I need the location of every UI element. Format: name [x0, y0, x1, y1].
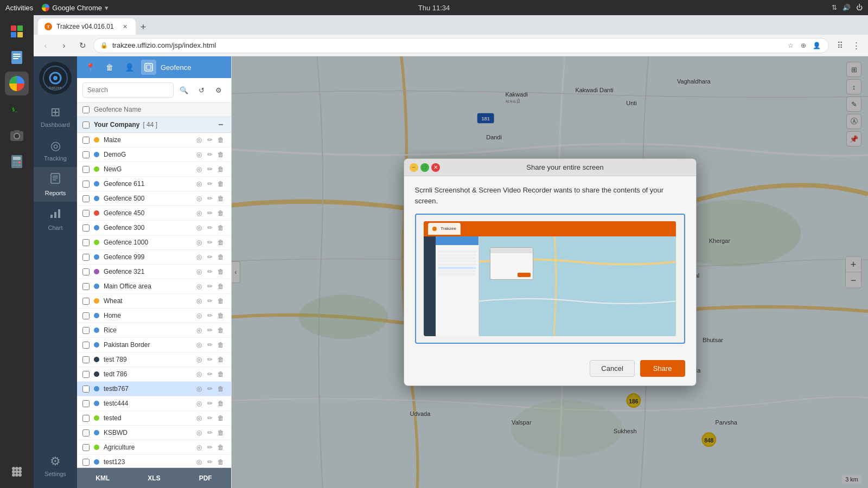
nav-item-reports[interactable]: Reports	[34, 167, 77, 202]
edit-action[interactable]: ✏	[205, 150, 215, 159]
list-item[interactable]: Pakistan Border ◎ ✏ 🗑	[77, 338, 231, 352]
taskbar-terminal[interactable]: $_	[5, 98, 29, 121]
reload-button[interactable]: ↻	[75, 38, 90, 53]
delete-action[interactable]: 🗑	[216, 428, 226, 438]
power-icon[interactable]: ⏻	[856, 4, 863, 11]
view-action[interactable]: ◎	[194, 428, 204, 438]
edit-action[interactable]: ✏	[205, 325, 215, 335]
item-checkbox[interactable]	[82, 327, 90, 334]
nav-item-dashboard[interactable]: ⊞ Dashboard	[34, 100, 77, 133]
taskbar-camera[interactable]	[5, 124, 29, 147]
item-checkbox[interactable]	[82, 371, 90, 378]
item-checkbox[interactable]	[82, 459, 90, 466]
forward-button[interactable]: ›	[56, 38, 72, 53]
item-checkbox[interactable]	[82, 195, 90, 202]
delete-action[interactable]: 🗑	[216, 135, 226, 145]
item-checkbox[interactable]	[82, 166, 90, 173]
delete-action[interactable]: 🗑	[216, 369, 226, 379]
list-item[interactable]: Geofence 321 ◎ ✏ 🗑	[77, 265, 231, 279]
list-item[interactable]: Rice ◎ ✏ 🗑	[77, 323, 231, 338]
bookmark-icon[interactable]: ☆	[785, 40, 796, 51]
item-checkbox[interactable]	[82, 415, 90, 422]
view-action[interactable]: ◎	[194, 325, 204, 335]
item-checkbox[interactable]	[82, 210, 90, 217]
edit-action[interactable]: ✏	[205, 311, 215, 320]
profile-icon[interactable]: 👤	[811, 40, 822, 51]
delete-action[interactable]: 🗑	[216, 325, 226, 335]
list-item[interactable]: Geofence 1000 ◎ ✏ 🗑	[77, 235, 231, 250]
volume-icon[interactable]: 🔊	[843, 4, 851, 11]
taskbar-calculator[interactable]	[5, 150, 29, 174]
person-button[interactable]: 👤	[122, 60, 137, 75]
list-item[interactable]: Geofence 450 ◎ ✏ 🗑	[77, 206, 231, 221]
view-action[interactable]: ◎	[194, 135, 204, 145]
delete-action[interactable]: 🗑	[216, 208, 226, 218]
activities-button[interactable]: Activities	[5, 4, 33, 12]
back-button[interactable]: ‹	[38, 38, 53, 53]
item-checkbox[interactable]	[82, 400, 90, 407]
edit-action[interactable]: ✏	[205, 428, 215, 438]
dialog-close-button[interactable]: ✕	[431, 163, 440, 172]
map-area[interactable]: 6 45 186 848 181 Kakwadiકાકવડી Kakwadi D…	[232, 56, 868, 488]
view-action[interactable]: ◎	[194, 237, 204, 247]
item-checkbox[interactable]	[82, 312, 90, 319]
view-action[interactable]: ◎	[194, 179, 204, 189]
extensions-button[interactable]: ⠿	[832, 38, 847, 53]
edit-action[interactable]: ✏	[205, 399, 215, 408]
list-item[interactable]: test 789 ◎ ✏ 🗑	[77, 352, 231, 367]
list-item[interactable]: Geofence 611 ◎ ✏ 🗑	[77, 177, 231, 191]
list-item[interactable]: tested ◎ ✏ 🗑	[77, 411, 231, 426]
list-item[interactable]: tedt 786 ◎ ✏ 🗑	[77, 367, 231, 382]
nav-item-chart[interactable]: Chart	[34, 202, 77, 236]
view-action[interactable]: ◎	[194, 413, 204, 423]
refresh-button[interactable]: ↺	[194, 82, 208, 98]
item-checkbox[interactable]	[82, 254, 90, 261]
view-action[interactable]: ◎	[194, 355, 204, 364]
edit-action[interactable]: ✏	[205, 194, 215, 203]
view-action[interactable]: ◎	[194, 340, 204, 350]
nav-item-settings[interactable]: ⚙ Settings	[34, 449, 77, 483]
delete-action[interactable]: 🗑	[216, 267, 226, 277]
edit-action[interactable]: ✏	[205, 296, 215, 306]
edit-action[interactable]: ✏	[205, 369, 215, 379]
edit-action[interactable]: ✏	[205, 355, 215, 364]
geofence-button[interactable]	[141, 60, 156, 75]
view-action[interactable]: ◎	[194, 311, 204, 320]
view-action[interactable]: ◎	[194, 281, 204, 291]
xls-export-button[interactable]: XLS	[129, 468, 180, 488]
settings-gear-button[interactable]: ⚙	[212, 82, 226, 98]
list-item[interactable]: DemoG ◎ ✏ 🗑	[77, 147, 231, 162]
view-action[interactable]: ◎	[194, 384, 204, 394]
delete-action[interactable]: 🗑	[216, 442, 226, 452]
edit-action[interactable]: ✏	[205, 252, 215, 262]
delete-action[interactable]: 🗑	[216, 237, 226, 247]
taskbar-files[interactable]	[5, 20, 29, 43]
delete-action[interactable]: 🗑	[216, 340, 226, 350]
view-action[interactable]: ◎	[194, 296, 204, 306]
item-checkbox[interactable]	[82, 224, 90, 232]
taskbar-chrome[interactable]	[5, 72, 29, 95]
list-item[interactable]: testc444 ◎ ✏ 🗑	[77, 396, 231, 411]
view-action[interactable]: ◎	[194, 267, 204, 277]
edit-action[interactable]: ✏	[205, 281, 215, 291]
delete-button[interactable]: 🗑	[102, 60, 117, 75]
delete-action[interactable]: 🗑	[216, 311, 226, 320]
item-checkbox[interactable]	[82, 283, 90, 290]
delete-action[interactable]: 🗑	[216, 164, 226, 174]
view-action[interactable]: ◎	[194, 164, 204, 174]
address-bar[interactable]: 🔒 trakzee.uffizio.com/jsp/index.html ☆ ⊕…	[93, 38, 829, 53]
cancel-button[interactable]: Cancel	[590, 360, 634, 377]
item-checkbox[interactable]	[82, 429, 90, 436]
share-button[interactable]: Share	[640, 360, 685, 377]
location-pin-button[interactable]: 📍	[82, 60, 98, 75]
view-action[interactable]: ◎	[194, 442, 204, 452]
edit-action[interactable]: ✏	[205, 340, 215, 350]
delete-action[interactable]: 🗑	[216, 413, 226, 423]
view-action[interactable]: ◎	[194, 223, 204, 233]
list-item[interactable]: KSBWD ◎ ✏ 🗑	[77, 426, 231, 440]
list-item[interactable]: Wheat ◎ ✏ 🗑	[77, 294, 231, 309]
edit-action[interactable]: ✏	[205, 179, 215, 189]
delete-action[interactable]: 🗑	[216, 355, 226, 364]
edit-action[interactable]: ✏	[205, 208, 215, 218]
item-checkbox[interactable]	[82, 137, 90, 144]
